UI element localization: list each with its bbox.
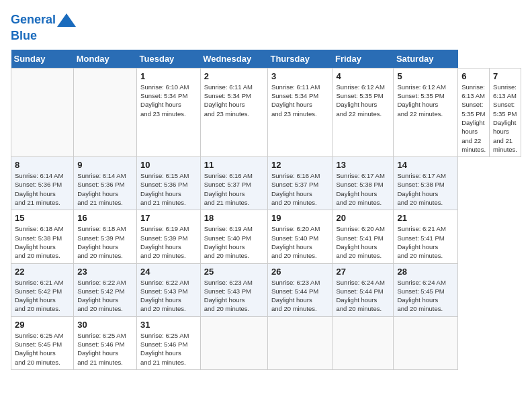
calendar-week-5: 29Sunrise: 6:25 AMSunset: 5:45 PMDayligh… [11, 316, 521, 369]
calendar-cell: 16Sunrise: 6:18 AMSunset: 5:39 PMDayligh… [74, 210, 137, 263]
day-number: 5 [397, 71, 454, 81]
day-detail: Sunrise: 6:11 AMSunset: 5:34 PMDaylight … [271, 83, 329, 118]
day-number: 16 [77, 213, 133, 223]
calendar-table: SundayMondayTuesdayWednesdayThursdayFrid… [11, 50, 521, 370]
day-detail: Sunrise: 6:23 AMSunset: 5:44 PMDaylight … [271, 278, 329, 314]
day-number: 17 [140, 213, 197, 223]
calendar-cell: 7Sunrise: 6:13 AMSunset: 5:35 PMDaylight… [490, 68, 521, 156]
day-number: 2 [204, 71, 264, 81]
empty-cell [74, 68, 137, 156]
day-detail: Sunrise: 6:11 AMSunset: 5:34 PMDaylight … [204, 83, 264, 118]
day-detail: Sunrise: 6:10 AMSunset: 5:34 PMDaylight … [140, 83, 197, 118]
logo-text: GeneralBlue [11, 11, 76, 43]
day-number: 23 [77, 267, 133, 277]
weekday-header-friday: Friday [332, 50, 394, 68]
day-detail: Sunrise: 6:17 AMSunset: 5:38 PMDaylight … [397, 171, 454, 207]
page-header: GeneralBlue [11, 11, 521, 43]
day-detail: Sunrise: 6:14 AMSunset: 5:36 PMDaylight … [77, 171, 133, 207]
day-number: 13 [336, 160, 390, 170]
day-detail: Sunrise: 6:12 AMSunset: 5:35 PMDaylight … [336, 83, 390, 118]
calendar-cell: 29Sunrise: 6:25 AMSunset: 5:45 PMDayligh… [11, 316, 74, 369]
calendar-cell: 20Sunrise: 6:20 AMSunset: 5:41 PMDayligh… [332, 210, 394, 263]
day-number: 26 [271, 267, 329, 277]
calendar-cell: 18Sunrise: 6:19 AMSunset: 5:40 PMDayligh… [200, 210, 267, 263]
day-number: 20 [336, 213, 390, 223]
logo: GeneralBlue [11, 11, 76, 43]
day-detail: Sunrise: 6:21 AMSunset: 5:42 PMDaylight … [15, 278, 70, 314]
day-detail: Sunrise: 6:13 AMSunset: 5:35 PMDaylight … [493, 83, 517, 154]
day-number: 27 [336, 267, 390, 277]
svg-marker-0 [57, 13, 76, 27]
day-number: 9 [77, 160, 133, 170]
day-number: 19 [271, 213, 329, 223]
calendar-cell: 31Sunrise: 6:25 AMSunset: 5:46 PMDayligh… [137, 316, 201, 369]
calendar-cell: 26Sunrise: 6:23 AMSunset: 5:44 PMDayligh… [267, 263, 332, 316]
day-detail: Sunrise: 6:17 AMSunset: 5:38 PMDaylight … [336, 171, 390, 207]
day-number: 15 [15, 213, 70, 223]
day-number: 25 [204, 267, 264, 277]
day-detail: Sunrise: 6:12 AMSunset: 5:35 PMDaylight … [397, 83, 454, 118]
day-detail: Sunrise: 6:19 AMSunset: 5:40 PMDaylight … [204, 224, 264, 260]
calendar-week-4: 22Sunrise: 6:21 AMSunset: 5:42 PMDayligh… [11, 263, 521, 316]
calendar-cell [267, 316, 332, 369]
day-number: 24 [140, 267, 197, 277]
day-detail: Sunrise: 6:13 AMSunset: 5:35 PMDaylight … [461, 83, 486, 154]
day-detail: Sunrise: 6:24 AMSunset: 5:45 PMDaylight … [397, 278, 454, 314]
weekday-header-saturday: Saturday [394, 50, 458, 68]
calendar-cell: 5Sunrise: 6:12 AMSunset: 5:35 PMDaylight… [394, 68, 458, 156]
day-detail: Sunrise: 6:21 AMSunset: 5:41 PMDaylight … [397, 224, 454, 260]
calendar-cell: 24Sunrise: 6:22 AMSunset: 5:43 PMDayligh… [137, 263, 201, 316]
day-number: 14 [397, 160, 454, 170]
calendar-cell: 2Sunrise: 6:11 AMSunset: 5:34 PMDaylight… [200, 68, 267, 156]
day-detail: Sunrise: 6:25 AMSunset: 5:46 PMDaylight … [140, 331, 197, 367]
day-detail: Sunrise: 6:20 AMSunset: 5:40 PMDaylight … [271, 224, 329, 260]
day-detail: Sunrise: 6:23 AMSunset: 5:43 PMDaylight … [204, 278, 264, 314]
day-number: 7 [493, 71, 517, 81]
calendar-cell: 9Sunrise: 6:14 AMSunset: 5:36 PMDaylight… [74, 157, 137, 210]
calendar-cell: 15Sunrise: 6:18 AMSunset: 5:38 PMDayligh… [11, 210, 74, 263]
calendar-cell: 13Sunrise: 6:17 AMSunset: 5:38 PMDayligh… [332, 157, 394, 210]
calendar-cell: 11Sunrise: 6:16 AMSunset: 5:37 PMDayligh… [200, 157, 267, 210]
weekday-header-sunday: Sunday [11, 50, 74, 68]
calendar-header: SundayMondayTuesdayWednesdayThursdayFrid… [11, 50, 521, 68]
calendar-cell: 1Sunrise: 6:10 AMSunset: 5:34 PMDaylight… [137, 68, 201, 156]
day-number: 18 [204, 213, 264, 223]
day-number: 1 [140, 71, 197, 81]
day-detail: Sunrise: 6:14 AMSunset: 5:36 PMDaylight … [15, 171, 70, 207]
calendar-cell [332, 316, 394, 369]
day-number: 22 [15, 267, 70, 277]
weekday-header-wednesday: Wednesday [200, 50, 267, 68]
calendar-cell: 25Sunrise: 6:23 AMSunset: 5:43 PMDayligh… [200, 263, 267, 316]
calendar-cell: 14Sunrise: 6:17 AMSunset: 5:38 PMDayligh… [394, 157, 458, 210]
day-number: 8 [15, 160, 70, 170]
day-number: 29 [15, 320, 70, 330]
calendar-week-2: 8Sunrise: 6:14 AMSunset: 5:36 PMDaylight… [11, 157, 521, 210]
day-detail: Sunrise: 6:16 AMSunset: 5:37 PMDaylight … [204, 171, 264, 207]
calendar-week-1: 1Sunrise: 6:10 AMSunset: 5:34 PMDaylight… [11, 68, 521, 156]
day-detail: Sunrise: 6:25 AMSunset: 5:46 PMDaylight … [77, 331, 133, 367]
calendar-cell [394, 316, 458, 369]
day-number: 30 [77, 320, 133, 330]
day-detail: Sunrise: 6:22 AMSunset: 5:42 PMDaylight … [77, 278, 133, 314]
calendar-cell: 17Sunrise: 6:19 AMSunset: 5:39 PMDayligh… [137, 210, 201, 263]
calendar-cell: 12Sunrise: 6:16 AMSunset: 5:37 PMDayligh… [267, 157, 332, 210]
weekday-header-thursday: Thursday [267, 50, 332, 68]
day-number: 3 [271, 71, 329, 81]
day-number: 6 [461, 71, 486, 81]
day-detail: Sunrise: 6:25 AMSunset: 5:45 PMDaylight … [15, 331, 70, 367]
empty-cell [11, 68, 74, 156]
calendar-cell: 6Sunrise: 6:13 AMSunset: 5:35 PMDaylight… [458, 68, 490, 156]
calendar-body: 1Sunrise: 6:10 AMSunset: 5:34 PMDaylight… [11, 68, 521, 369]
day-number: 12 [271, 160, 329, 170]
day-detail: Sunrise: 6:20 AMSunset: 5:41 PMDaylight … [336, 224, 390, 260]
day-detail: Sunrise: 6:15 AMSunset: 5:36 PMDaylight … [140, 171, 197, 207]
calendar-cell: 8Sunrise: 6:14 AMSunset: 5:36 PMDaylight… [11, 157, 74, 210]
day-detail: Sunrise: 6:22 AMSunset: 5:43 PMDaylight … [140, 278, 197, 314]
day-detail: Sunrise: 6:24 AMSunset: 5:44 PMDaylight … [336, 278, 390, 314]
day-detail: Sunrise: 6:19 AMSunset: 5:39 PMDaylight … [140, 224, 197, 260]
weekday-header-tuesday: Tuesday [137, 50, 201, 68]
calendar-cell: 27Sunrise: 6:24 AMSunset: 5:44 PMDayligh… [332, 263, 394, 316]
day-number: 10 [140, 160, 197, 170]
day-detail: Sunrise: 6:16 AMSunset: 5:37 PMDaylight … [271, 171, 329, 207]
day-number: 21 [397, 213, 454, 223]
